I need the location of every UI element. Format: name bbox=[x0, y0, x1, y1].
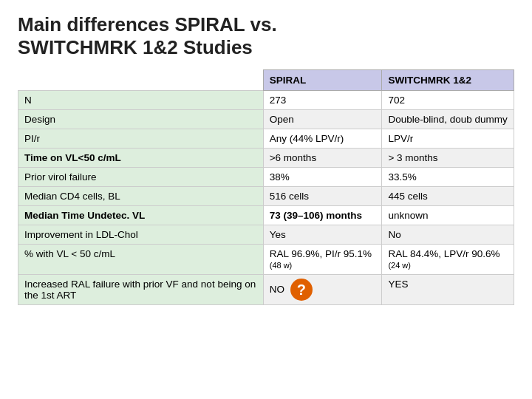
row-spiral-5: 516 cells bbox=[263, 187, 382, 206]
page-title: Main differences SPIRAL vs. SWITCHMRK 1&… bbox=[18, 13, 514, 59]
row-spiral-1: Open bbox=[263, 110, 382, 129]
row-switchmrk-4: 33.5% bbox=[382, 168, 514, 187]
row-switchmrk-3: > 3 months bbox=[382, 149, 514, 168]
row-spiral-4: 38% bbox=[263, 168, 382, 187]
row-switchmrk-7: No bbox=[382, 225, 514, 245]
page: Main differences SPIRAL vs. SWITCHMRK 1&… bbox=[0, 0, 532, 399]
col-header-spiral: SPIRAL bbox=[263, 70, 382, 91]
row-switchmrk-2: LPV/r bbox=[382, 129, 514, 149]
col-header-label bbox=[18, 70, 264, 91]
row-switchmrk-8: RAL 84.4%, LPV/r 90.6% (24 w) bbox=[382, 245, 514, 275]
row-spiral-8: RAL 96.9%, PI/r 95.1% (48 w) bbox=[263, 245, 382, 275]
row-label-1: Design bbox=[18, 110, 264, 129]
row-switchmrk-1: Double-blind, doub dummy bbox=[382, 110, 514, 129]
row-label-5: Median CD4 cells, BL bbox=[18, 187, 264, 206]
row-spiral-0: 273 bbox=[263, 91, 382, 110]
row-label-2: PI/r bbox=[18, 129, 264, 149]
row-switchmrk-5: 445 cells bbox=[382, 187, 514, 206]
row-label-4: Prior virol failure bbox=[18, 168, 264, 187]
row-spiral-3: >6 months bbox=[263, 149, 382, 168]
row-label-9: Increased RAL failure with prior VF and … bbox=[18, 275, 264, 305]
row-spiral-9: NO? bbox=[263, 275, 382, 305]
row-label-7: Improvement in LDL-Chol bbox=[18, 225, 264, 245]
row-label-3: Time on VL<50 c/mL bbox=[18, 149, 264, 168]
comparison-table: SPIRAL SWITCHMRK 1&2 N273702DesignOpenDo… bbox=[18, 69, 514, 305]
row-label-0: N bbox=[18, 91, 264, 110]
row-switchmrk-9: YES bbox=[382, 275, 514, 305]
question-mark-icon: ? bbox=[290, 279, 313, 301]
row-switchmrk-6: unknown bbox=[382, 206, 514, 225]
row-spiral-2: Any (44% LPV/r) bbox=[263, 129, 382, 149]
row-label-8: % with VL < 50 c/mL bbox=[18, 245, 264, 275]
row-spiral-7: Yes bbox=[263, 225, 382, 245]
row-spiral-6: 73 (39–106) months bbox=[263, 206, 382, 225]
row-switchmrk-0: 702 bbox=[382, 91, 514, 110]
col-header-switchmrk: SWITCHMRK 1&2 bbox=[382, 70, 514, 91]
row-label-6: Median Time Undetec. VL bbox=[18, 206, 264, 225]
